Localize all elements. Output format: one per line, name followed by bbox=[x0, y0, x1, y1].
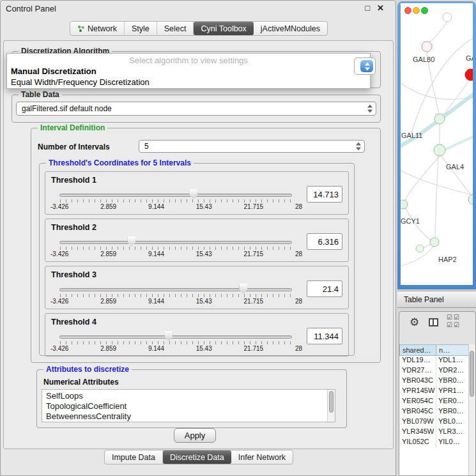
slider-track[interactable] bbox=[59, 335, 292, 339]
slider-ticks bbox=[60, 199, 291, 203]
network-edges bbox=[401, 22, 473, 266]
tab-network[interactable]: Network bbox=[70, 22, 125, 35]
threshold-4-slider[interactable]: -3.4262.8599.14415.4321.71528 bbox=[59, 330, 292, 355]
table-scrollbar[interactable] bbox=[468, 344, 475, 475]
table-panel-window: ⚙ ☑ ☑ ☑ ☑ shared… n… YDL19…YDL1… YDR27…Y… bbox=[399, 311, 476, 476]
slider-track[interactable] bbox=[59, 194, 292, 197]
threshold-4-label: Threshold 4 bbox=[51, 318, 96, 326]
slider-scale: -3.4262.8599.14415.4321.71528 bbox=[50, 298, 302, 305]
threshold-2-label: Threshold 2 bbox=[51, 223, 96, 232]
threshold-3-thumb[interactable] bbox=[239, 284, 247, 294]
node-gal4[interactable] bbox=[434, 144, 445, 156]
node-label: GAL11 bbox=[401, 132, 422, 139]
scrollbar-thumb[interactable] bbox=[329, 391, 334, 413]
numerical-attributes-list: SelfLoops TopologicalCoefficient Between… bbox=[42, 389, 335, 422]
tab-cyni-toolbox[interactable]: Cyni Toolbox bbox=[194, 22, 253, 35]
node-gal80[interactable] bbox=[422, 42, 432, 52]
algorithm-option-manual[interactable]: Manual Discretization bbox=[11, 66, 96, 76]
checkbox-icon[interactable]: ☑ bbox=[447, 314, 454, 321]
threshold-1-thumb[interactable] bbox=[190, 189, 198, 199]
thresholds-group: Threshold's Coordinates for 5 Intervals … bbox=[39, 163, 355, 356]
traffic-light-minimize-icon[interactable] bbox=[413, 7, 420, 14]
slider-ticks bbox=[60, 294, 291, 297]
close-icon[interactable]: ✕ bbox=[377, 3, 384, 13]
updown-arrows-icon bbox=[367, 105, 372, 113]
threshold-1-value-field[interactable] bbox=[307, 186, 342, 203]
table-row[interactable]: YPR145WYPR1… bbox=[399, 387, 468, 397]
traffic-light-zoom-icon[interactable] bbox=[421, 7, 428, 14]
network-canvas[interactable]: GAL80 GA GAL11 GAL4 GCY1 HAP2 bbox=[401, 3, 473, 285]
algorithm-dropdown-popup: Select algorithm to view settings Manual… bbox=[6, 53, 371, 89]
list-item[interactable]: SelfLoops bbox=[42, 391, 335, 401]
network-view-window: GAL80 GA GAL11 GAL4 GCY1 HAP2 bbox=[397, 1, 476, 289]
threshold-2-thumb[interactable] bbox=[127, 236, 135, 247]
table-body: YDL19…YDL1… YDR27…YDR2… YBR043CYBR0… YPR… bbox=[399, 356, 468, 475]
algorithm-combobox-stepper[interactable] bbox=[360, 60, 373, 72]
threshold-1-slider[interactable]: -3.4262.8599.14415.4321.71528 bbox=[59, 188, 292, 213]
tab-discretize-data[interactable]: Discretize Data bbox=[163, 450, 231, 464]
node-selected-red[interactable] bbox=[465, 69, 473, 81]
table-row[interactable]: YDR27…YDR2… bbox=[399, 366, 468, 376]
threshold-3-slider[interactable]: -3.4262.8599.14415.4321.71528 bbox=[59, 283, 292, 307]
table-data-group: Table Data galFiltered.sif default node bbox=[12, 95, 381, 123]
tab-jactivemodules[interactable]: jActiveMNodules bbox=[254, 22, 327, 35]
threshold-2-panel: Threshold 2 -3.4262.8599.14415.4321.7152… bbox=[45, 219, 349, 262]
node-hap2[interactable] bbox=[430, 238, 439, 247]
tab-select[interactable]: Select bbox=[157, 22, 194, 35]
columns-icon[interactable] bbox=[429, 318, 438, 326]
tab-infer-network[interactable]: Infer Network bbox=[231, 450, 293, 464]
table-row[interactable]: YBR045CYBR0… bbox=[399, 407, 468, 417]
table-row[interactable]: YBL079WYBL0… bbox=[399, 417, 468, 427]
float-window-icon[interactable]: □ bbox=[365, 3, 370, 13]
threshold-4-thumb[interactable] bbox=[165, 331, 173, 341]
traffic-light-close-icon[interactable] bbox=[404, 7, 411, 14]
table-row[interactable]: YBR043CYBR0… bbox=[399, 376, 468, 387]
number-of-intervals-combobox[interactable]: 5 bbox=[139, 140, 365, 153]
node[interactable] bbox=[443, 13, 452, 22]
slider-scale: -3.4262.8599.14415.4321.71528 bbox=[50, 250, 302, 257]
threshold-2-value-field[interactable] bbox=[307, 233, 342, 250]
tab-impute-data[interactable]: Impute Data bbox=[105, 450, 163, 464]
slider-ticks bbox=[60, 247, 291, 250]
list-item[interactable]: TopologicalCoefficient bbox=[42, 401, 335, 411]
checkbox-icon[interactable]: ☑ bbox=[454, 314, 461, 321]
threshold-3-panel: Threshold 3 -3.4262.8599.14415.4321.7152… bbox=[45, 266, 349, 309]
table-row[interactable]: YDL19…YDL1… bbox=[399, 356, 468, 366]
table-panel-title: Table Panel bbox=[397, 291, 476, 308]
cyni-toolbox-panel: Discretization Algorithm Select algorith… bbox=[3, 40, 394, 449]
table-row[interactable]: YLR345WYLR3… bbox=[399, 427, 468, 438]
top-tab-bar: Network Style Select Cyni Toolbox jActiv… bbox=[1, 21, 397, 36]
node-gcy1[interactable] bbox=[401, 200, 408, 209]
column-header-shared-name[interactable]: shared… bbox=[399, 344, 436, 356]
interval-definition-group: Interval Definition Number of Intervals … bbox=[31, 128, 381, 363]
algorithm-option-equal-width[interactable]: Equal Width/Frequency Discretization bbox=[11, 77, 150, 87]
slider-track[interactable] bbox=[59, 241, 292, 244]
node[interactable] bbox=[468, 194, 473, 204]
checkbox-icons[interactable]: ☑ ☑ ☑ ☑ bbox=[447, 314, 461, 329]
threshold-3-value-field[interactable] bbox=[307, 280, 342, 297]
apply-button[interactable]: Apply bbox=[174, 428, 216, 443]
scrollbar-thumb[interactable] bbox=[470, 351, 474, 397]
checkbox-icon[interactable]: ☑ bbox=[454, 321, 461, 329]
number-of-intervals-label: Number of Intervals bbox=[38, 142, 110, 151]
tab-style[interactable]: Style bbox=[125, 22, 157, 35]
node-label: GCY1 bbox=[401, 217, 420, 225]
threshold-4-value-field[interactable] bbox=[307, 328, 342, 344]
list-scrollbar[interactable] bbox=[327, 390, 335, 422]
threshold-1-label: Threshold 1 bbox=[51, 176, 96, 185]
attributes-legend: Attributes to discretize bbox=[43, 365, 132, 374]
table-row[interactable]: YER054CYER0… bbox=[399, 397, 468, 407]
numerical-attributes-label: Numerical Attributes bbox=[43, 378, 119, 387]
table-data-label: Table Data bbox=[19, 90, 62, 99]
list-item[interactable]: BetweennessCentrality bbox=[42, 411, 335, 422]
checkbox-icon[interactable]: ☑ bbox=[447, 321, 454, 329]
control-panel-window: Control Panel □ ✕ Network Style Select C… bbox=[0, 0, 396, 476]
table-data-combobox[interactable]: galFiltered.sif default node bbox=[16, 102, 376, 116]
attributes-group: Attributes to discretize Numerical Attri… bbox=[36, 369, 347, 428]
node-gal11[interactable] bbox=[434, 114, 445, 124]
table-row[interactable]: YIL052CYIL0… bbox=[399, 438, 468, 448]
slider-track[interactable] bbox=[59, 288, 292, 291]
node[interactable] bbox=[416, 245, 424, 252]
gear-icon[interactable]: ⚙ bbox=[410, 316, 419, 329]
threshold-2-slider[interactable]: -3.4262.8599.14415.4321.71528 bbox=[59, 236, 292, 260]
